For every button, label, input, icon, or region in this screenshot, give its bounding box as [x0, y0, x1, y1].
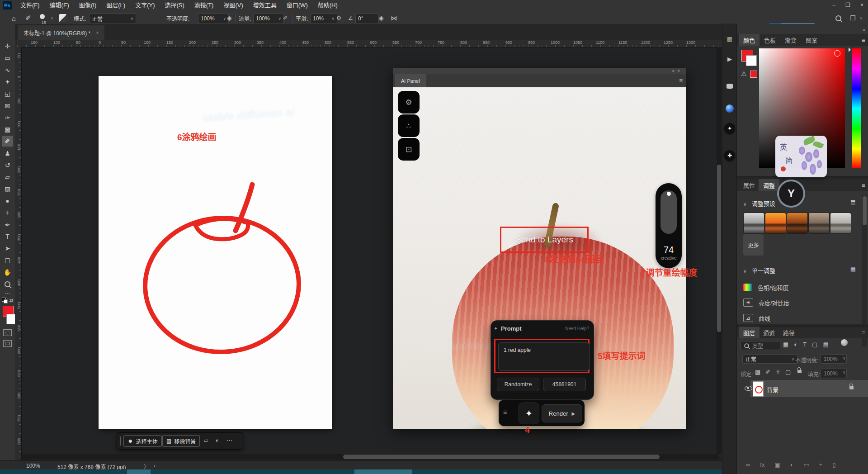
more-tools-button[interactable]: ⋯ [2, 288, 13, 299]
lock-artboard-icon[interactable]: ▢ [785, 369, 791, 375]
scroll-thumb[interactable] [863, 196, 867, 225]
context-tool-icon-1[interactable]: ◐ [216, 435, 219, 446]
tab-layers-0[interactable]: 图层 [739, 327, 760, 338]
visibility-eye-icon[interactable] [745, 386, 752, 392]
tab-layers-1[interactable]: 通道 [759, 327, 779, 338]
history-brush-tool[interactable]: ↺ [2, 160, 13, 171]
quick-mask-icon[interactable] [3, 329, 12, 336]
menu-item-4[interactable]: 文字(Y) [130, 0, 160, 11]
tab-adjust-0[interactable]: 属性 [739, 179, 760, 191]
workspace-grid-icon[interactable]: ▦ [724, 33, 735, 44]
default-colors-icon[interactable] [2, 298, 6, 302]
zoom-level[interactable]: 100% [26, 463, 40, 469]
adjustment-item-0[interactable]: 色相/饱和度 [743, 281, 861, 293]
screen-mode-icon[interactable] [3, 340, 12, 347]
context-tool-icon-2[interactable]: ⋯ [226, 435, 232, 446]
pixel-filter-icon[interactable]: ▦ [783, 341, 788, 348]
brush-picker-chevron-icon[interactable]: ∨ [51, 11, 53, 25]
menu-item-1[interactable]: 编辑(E) [45, 0, 74, 11]
send-to-layers-button[interactable]: Send to Layers [500, 227, 589, 253]
document-tab-close-icon[interactable]: × [96, 30, 99, 35]
play-actions-icon[interactable]: ▶ [724, 53, 735, 64]
need-help-link[interactable]: Need Help? [565, 326, 589, 331]
collapse-dock-icon[interactable]: » [863, 27, 865, 33]
remove-background-button[interactable]: ▨ 移除背景 [162, 435, 200, 447]
blend-mode-select[interactable]: 正常∨ [742, 354, 797, 364]
randomize-button[interactable]: Randomize [497, 378, 539, 391]
layer-mask-icon[interactable]: ▣ [774, 461, 780, 468]
adjustment-filter-icon[interactable]: ◐ [794, 341, 797, 348]
lock-paint-icon[interactable]: ✐ [765, 369, 770, 375]
collapse-panel-icon[interactable]: « [672, 68, 678, 73]
ai-panel-header[interactable]: «× [393, 68, 686, 74]
menu-item-3[interactable]: 图层(L) [101, 0, 130, 11]
menu-item-8[interactable]: 增效工具 [248, 0, 282, 11]
opacity-input[interactable]: 100%∨ [198, 13, 229, 24]
single-adjustments-header[interactable]: ∨ 单一调整 [743, 266, 775, 275]
menu-item-9[interactable]: 窗口(W) [282, 0, 313, 11]
ai-settings-button[interactable]: ⚙ [398, 91, 420, 114]
swap-colors-icon[interactable]: ⇄ [9, 298, 13, 303]
menu-item-2[interactable]: 图像(I) [74, 0, 101, 11]
color-field-cursor[interactable] [834, 50, 840, 57]
symmetry-icon[interactable]: ⋈ [391, 11, 397, 25]
vertical-scrollbar[interactable] [717, 47, 722, 454]
flow-input[interactable]: 100%∨ [253, 13, 284, 24]
menu-item-10[interactable]: 帮助(H) [313, 0, 343, 11]
lock-all-icon[interactable] [797, 368, 802, 374]
tab-color-2[interactable]: 渐变 [780, 34, 801, 46]
prompt-textarea[interactable]: 1 red apple [498, 342, 590, 371]
horizontal-scrollbar[interactable] [21, 454, 719, 460]
smoothing-gear-icon[interactable]: ⚙ [336, 11, 341, 25]
delete-layer-icon[interactable]: ▯ [832, 461, 835, 468]
panel-menu-icon[interactable]: ≡ [679, 77, 683, 84]
brush-settings-toggle[interactable] [59, 11, 66, 25]
tab-color-1[interactable]: 色板 [760, 34, 780, 46]
blend-mode-select[interactable]: 正常∨ [89, 13, 136, 24]
select-subject-button[interactable]: ☻ 选择主体 [123, 435, 162, 447]
close-panel-icon[interactable]: × [677, 68, 683, 73]
preset-sunset[interactable] [765, 213, 786, 234]
type-tool[interactable]: T [2, 231, 13, 242]
layer-row-background[interactable]: 背景 [750, 380, 868, 397]
path-select-tool[interactable]: ➤ [2, 243, 13, 254]
render-menu-icon[interactable]: ≡ [503, 408, 507, 416]
close-button[interactable]: × [860, 0, 863, 10]
opacity-chevron-icon[interactable]: ∨ [843, 356, 846, 360]
presets-section-header[interactable]: ∨ 调整预设 [743, 199, 775, 208]
tab-color-3[interactable]: 图案 [801, 34, 822, 46]
layer-thumbnail[interactable] [753, 381, 764, 397]
plugin-spark-icon[interactable]: ✦ [724, 123, 735, 134]
drag-handle[interactable] [120, 436, 121, 446]
panel-menu-icon[interactable]: ≡ [862, 182, 865, 189]
more-presets-button[interactable]: 更多 [743, 234, 764, 256]
lock-move-icon[interactable]: ✛ [775, 369, 780, 375]
type-filter-icon[interactable]: T [803, 341, 807, 348]
menu-item-5[interactable]: 选择(S) [160, 0, 189, 11]
new-layer-icon[interactable]: + [819, 461, 823, 468]
ai-panel-tab[interactable]: AI Panel [395, 74, 426, 87]
hand-tool[interactable]: ✋ [2, 267, 13, 278]
layer-filter-search[interactable]: 类型 [741, 341, 780, 350]
layer-effects-icon[interactable]: fx [760, 461, 764, 468]
hue-slider[interactable] [852, 48, 861, 168]
quick-selection-tool[interactable]: ✦ [2, 76, 13, 87]
comments-icon[interactable] [724, 81, 735, 91]
denoise-strength-slider[interactable]: 74 creative [656, 183, 682, 268]
lasso-tool[interactable]: ∿ [2, 65, 13, 76]
background-color-swatch[interactable] [746, 55, 757, 66]
minimize-button[interactable]: – [833, 0, 836, 10]
plugin-plus-icon[interactable]: ✚ [724, 150, 735, 161]
group-layers-icon[interactable]: ▭ [804, 461, 809, 468]
plugin-sphere-icon[interactable] [724, 103, 735, 114]
opacity-pressure-icon[interactable]: ◉ [227, 11, 231, 25]
eraser-tool[interactable]: ▱ [2, 171, 13, 182]
ai-capture-button[interactable]: ⊡ [398, 138, 420, 161]
smoothing-input[interactable]: 10%∨ [310, 13, 337, 24]
adjustment-layer-icon[interactable]: ◐ [790, 461, 794, 468]
grid-view-icon[interactable]: ▦ [850, 266, 856, 273]
crop-tool[interactable]: ◱ [2, 88, 13, 99]
link-layers-icon[interactable]: ∞ [746, 461, 750, 468]
gradient-tool[interactable]: ▨ [2, 184, 13, 194]
menu-item-6[interactable]: 滤镜(T) [189, 0, 219, 11]
